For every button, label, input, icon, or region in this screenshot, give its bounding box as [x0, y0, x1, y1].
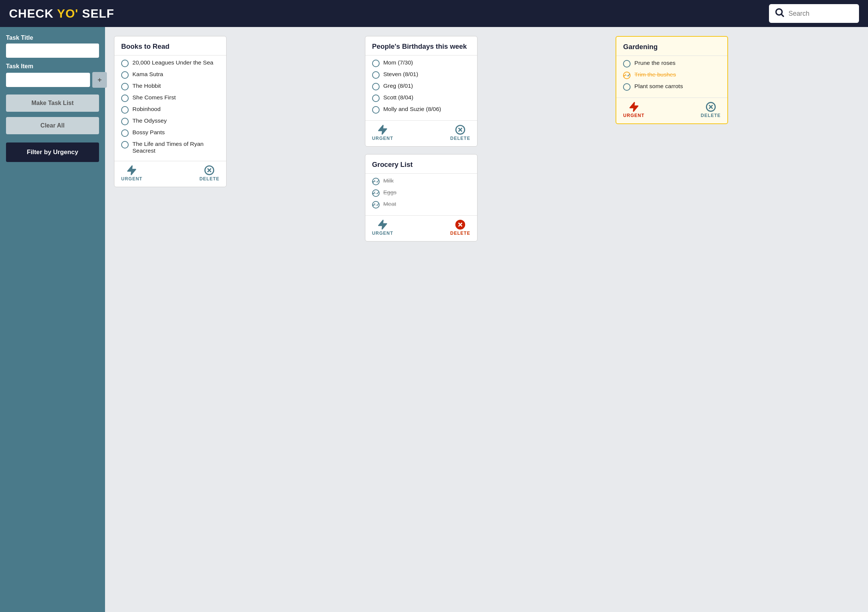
- list-item: Mom (7/30): [372, 59, 470, 67]
- books-to-read-card: Books to Read 20,000 Leagues Under the S…: [114, 36, 226, 187]
- task-item-input[interactable]: [6, 73, 90, 87]
- delete-label: DELETE: [701, 113, 721, 118]
- urgent-label: URGENT: [121, 176, 143, 181]
- delete-label: DELETE: [200, 176, 219, 181]
- urgent-button[interactable]: URGENT: [121, 165, 143, 181]
- books-card-footer: URGENT DELETE: [115, 161, 226, 187]
- delete-icon: [455, 124, 465, 135]
- item-checkbox[interactable]: [372, 83, 380, 90]
- delete-button[interactable]: DELETE: [701, 102, 721, 118]
- item-checkbox[interactable]: ✓: [372, 189, 380, 197]
- books-to-read-title: Books to Read: [115, 36, 226, 56]
- books-to-read-items: 20,000 Leagues Under the Sea Kama Sutra …: [115, 56, 226, 158]
- item-checkbox[interactable]: [372, 106, 380, 114]
- gardening-card: Gardening Prune the roses ✓ Trim the bus…: [615, 36, 728, 124]
- col-3: Gardening Prune the roses ✓ Trim the bus…: [615, 36, 859, 124]
- list-item: Prune the roses: [623, 60, 721, 68]
- svg-marker-2: [128, 166, 136, 174]
- urgent-label: URGENT: [623, 113, 645, 118]
- item-checkbox[interactable]: [121, 71, 129, 79]
- birthdays-card: People's Birthdays this week Mom (7/30) …: [365, 36, 477, 147]
- grocery-title: Grocery List: [365, 155, 477, 174]
- task-title-label: Task Title: [6, 34, 99, 41]
- list-item: The Life and Times of Ryan Seacrest: [121, 141, 219, 154]
- delete-button[interactable]: DELETE: [450, 124, 470, 141]
- svg-line-1: [781, 14, 783, 16]
- search-input[interactable]: [789, 10, 848, 18]
- lightning-icon: [377, 219, 388, 230]
- task-item-row: +: [6, 72, 99, 88]
- item-checkbox[interactable]: ✓: [372, 178, 380, 185]
- delete-button[interactable]: DELETE: [200, 165, 219, 181]
- gardening-title: Gardening: [616, 37, 727, 56]
- list-item: ✓ Eggs: [372, 189, 470, 197]
- search-bar[interactable]: [769, 4, 859, 23]
- task-item-section: Task Item +: [6, 63, 99, 88]
- lightning-icon: [377, 124, 388, 135]
- list-item: The Odyssey: [121, 118, 219, 125]
- col-2: People's Birthdays this week Mom (7/30) …: [365, 36, 608, 242]
- lightning-icon: [126, 165, 137, 175]
- item-checkbox[interactable]: [121, 106, 129, 114]
- item-checkbox[interactable]: [372, 95, 380, 102]
- task-title-section: Task Title: [6, 34, 99, 58]
- item-checkbox[interactable]: [121, 95, 129, 102]
- item-checkbox[interactable]: [372, 60, 380, 67]
- svg-marker-6: [379, 125, 387, 134]
- list-item: Scott (8/04): [372, 94, 470, 102]
- item-checkbox[interactable]: [623, 60, 631, 68]
- delete-icon: [455, 219, 465, 230]
- title-check: CHECK: [9, 7, 57, 20]
- item-checkbox[interactable]: [121, 60, 129, 67]
- make-task-list-button[interactable]: Make Task List: [6, 95, 99, 112]
- list-item: ✓ Trim the bushes: [623, 71, 721, 79]
- birthdays-title: People's Birthdays this week: [365, 36, 477, 56]
- item-checkbox[interactable]: ✓: [372, 201, 380, 209]
- delete-icon: [204, 165, 215, 175]
- list-item: ✓ Meat: [372, 201, 470, 209]
- col-1: Books to Read 20,000 Leagues Under the S…: [114, 36, 358, 187]
- birthdays-items: Mom (7/30) Steven (8/01) Greg (8/01) Sco…: [365, 56, 477, 118]
- delete-icon: [705, 102, 716, 112]
- delete-button[interactable]: DELETE: [450, 219, 470, 236]
- item-checkbox[interactable]: [121, 118, 129, 125]
- list-item: Steven (8/01): [372, 71, 470, 79]
- list-item: Plant some carrots: [623, 83, 721, 91]
- item-checkbox[interactable]: [121, 129, 129, 137]
- svg-marker-10: [379, 220, 387, 229]
- item-checkbox[interactable]: [372, 71, 380, 79]
- item-checkbox[interactable]: [623, 83, 631, 91]
- grocery-footer: URGENT DELETE: [365, 215, 477, 241]
- grocery-items: ✓ Milk ✓ Eggs ✓ Meat: [365, 174, 477, 212]
- delete-label: DELETE: [450, 231, 470, 236]
- sidebar: Task Title Task Item + Make Task List Cl…: [0, 27, 105, 612]
- urgent-button[interactable]: URGENT: [372, 124, 394, 141]
- lightning-icon: [629, 102, 639, 112]
- svg-marker-14: [630, 102, 638, 111]
- list-item: Robinhood: [121, 106, 219, 114]
- grocery-card: Grocery List ✓ Milk ✓ Eggs ✓ Meat: [365, 154, 477, 242]
- filter-by-urgency-button[interactable]: Filter by Urgency: [6, 143, 99, 162]
- clear-all-button[interactable]: Clear All: [6, 117, 99, 134]
- list-item: Molly and Suzie (8/06): [372, 106, 470, 114]
- list-item: Greg (8/01): [372, 82, 470, 90]
- item-checkbox[interactable]: [121, 83, 129, 90]
- main-layout: Task Title Task Item + Make Task List Cl…: [0, 27, 868, 612]
- list-item: The Hobbit: [121, 82, 219, 90]
- delete-label: DELETE: [450, 136, 470, 141]
- gardening-items: Prune the roses ✓ Trim the bushes Plant …: [616, 56, 727, 95]
- task-item-label: Task Item: [6, 63, 99, 70]
- gardening-footer: URGENT DELETE: [616, 98, 727, 123]
- urgent-label: URGENT: [372, 136, 394, 141]
- urgent-label: URGENT: [372, 231, 394, 236]
- header: CHECK YO' SELF: [0, 0, 868, 27]
- main-content: Books to Read 20,000 Leagues Under the S…: [105, 27, 868, 612]
- list-item: She Comes First: [121, 94, 219, 102]
- list-item: 20,000 Leagues Under the Sea: [121, 59, 219, 67]
- task-title-input[interactable]: [6, 43, 99, 58]
- urgent-button[interactable]: URGENT: [623, 102, 645, 118]
- urgent-button[interactable]: URGENT: [372, 219, 394, 236]
- item-checkbox[interactable]: ✓: [623, 71, 631, 79]
- item-checkbox[interactable]: [121, 141, 129, 149]
- search-icon: [774, 7, 785, 20]
